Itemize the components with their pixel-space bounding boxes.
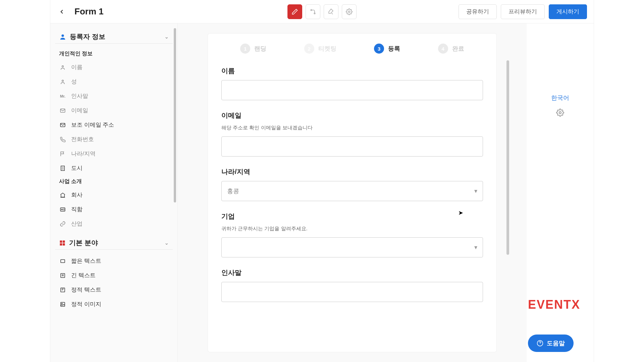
sidebar-item-city[interactable]: 도시 [55, 161, 173, 175]
svg-point-3 [61, 34, 64, 37]
sidebar-item-industry[interactable]: 산업 [55, 217, 173, 231]
language-link[interactable]: 한국어 [551, 94, 569, 102]
company-select[interactable]: ▾ [221, 237, 483, 257]
tool-edit[interactable] [287, 4, 302, 19]
svg-rect-13 [60, 243, 62, 245]
select-value: 홍콩 [227, 187, 239, 195]
chevron-down-icon: ⌄ [164, 240, 169, 246]
static-text-icon [59, 286, 66, 294]
field-hint: 해당 주소로 확인 이메일을 보내겠습니다 [221, 125, 483, 131]
sidebar-item-label: 이름 [71, 63, 83, 71]
sidebar-item-phone[interactable]: 전화번호 [55, 132, 173, 146]
svg-rect-18 [61, 302, 65, 306]
country-select[interactable]: 홍콩 ▾ [221, 181, 483, 201]
person-outline-icon [59, 78, 66, 85]
subhead-personal: 개인적인 정보 [55, 48, 173, 60]
help-button[interactable]: 도움말 [528, 335, 574, 352]
share-button[interactable]: 공유하기 [459, 4, 497, 19]
sidebar-item-label: 직함 [71, 205, 83, 213]
name-input[interactable] [221, 80, 483, 100]
svg-point-4 [62, 65, 64, 67]
section-title: 기본 분야 [69, 238, 98, 247]
chevron-down-icon: ▾ [474, 187, 477, 195]
salutation-input[interactable] [221, 282, 483, 302]
chevron-left-icon [59, 9, 65, 15]
sidebar-item-static-image[interactable]: 정적 이미지 [55, 297, 173, 311]
paint-icon [328, 8, 334, 15]
tool-theme[interactable] [324, 4, 338, 19]
sidebar-item-label: 긴 텍스트 [71, 272, 96, 279]
sidebar-item-country[interactable]: 나라/지역 [55, 146, 173, 161]
chevron-down-icon: ⌄ [164, 34, 169, 40]
form-title: Form 1 [74, 6, 104, 17]
person-outline-icon [59, 64, 66, 71]
bank-icon [59, 191, 66, 199]
flag-icon [59, 150, 66, 158]
step-complete[interactable]: 4 완료 [438, 44, 464, 54]
sidebar-item-label: 도시 [71, 164, 83, 172]
svg-rect-14 [63, 243, 65, 245]
sidebar-item-last-name[interactable]: 성 [55, 74, 173, 89]
step-label: 랜딩 [254, 45, 266, 53]
tool-settings[interactable] [342, 4, 357, 19]
svg-point-19 [62, 303, 62, 304]
step-registration[interactable]: 3 등록 [374, 44, 400, 54]
sidebar[interactable]: 등록자 정보 ⌄ 개인적인 정보 이름 성 Mr. 인사말 이메일 [50, 23, 178, 362]
preview-button[interactable]: 프리뷰하기 [501, 4, 545, 19]
step-number: 4 [438, 44, 448, 54]
long-text-icon [59, 272, 66, 279]
sidebar-item-label: 전화번호 [71, 135, 94, 143]
id-icon [59, 206, 66, 213]
building-icon [59, 165, 66, 172]
sidebar-item-label: 이메일 [71, 107, 88, 114]
stage-scrollbar[interactable] [506, 60, 509, 255]
tool-flow[interactable] [306, 4, 320, 19]
back-button[interactable] [57, 7, 66, 16]
sidebar-item-static-text[interactable]: 정적 텍스트 [55, 283, 173, 297]
sidebar-section-registrant[interactable]: 등록자 정보 ⌄ [55, 30, 173, 44]
gear-icon [346, 8, 353, 15]
sidebar-section-basic[interactable]: 기본 분야 ⌄ [55, 236, 173, 250]
step-label: 티켓팅 [318, 45, 336, 53]
sidebar-item-secondary-email[interactable]: 보조 이메일 주소 [55, 118, 173, 132]
svg-point-20 [559, 112, 561, 114]
step-number: 2 [304, 44, 314, 54]
svg-rect-8 [61, 166, 65, 171]
field-label: 이메일 [221, 111, 483, 120]
sidebar-item-short-text[interactable]: 짧은 텍스트 [55, 254, 173, 268]
step-number: 3 [374, 44, 384, 54]
person-icon [59, 33, 66, 41]
main-canvas: 1 랜딩 2 티켓팅 3 등록 4 완료 [178, 23, 527, 362]
sidebar-item-long-text[interactable]: 긴 텍스트 [55, 268, 173, 283]
section-title: 등록자 정보 [70, 32, 105, 41]
sidebar-item-first-name[interactable]: 이름 [55, 60, 173, 74]
form-stage: 1 랜딩 2 티켓팅 3 등록 4 완료 [208, 34, 496, 352]
sidebar-item-company[interactable]: 회사 [55, 188, 173, 202]
field-hint: 귀하가 근무하시는 기업을 알려주세요. [221, 226, 483, 232]
step-number: 1 [240, 44, 250, 54]
rail-settings[interactable] [556, 109, 564, 118]
brand-logo: EVENTX [528, 298, 580, 312]
sidebar-item-label: 보조 이메일 주소 [71, 121, 114, 129]
link-icon [59, 220, 66, 228]
field-label: 인사말 [221, 268, 483, 277]
help-label: 도움말 [547, 339, 565, 347]
gear-icon [556, 109, 564, 117]
sidebar-item-title[interactable]: 직함 [55, 202, 173, 217]
sidebar-item-label: 성 [71, 78, 77, 85]
subhead-business: 사업 소개 [55, 175, 173, 188]
help-icon [537, 340, 543, 347]
field-label: 나라/지역 [221, 167, 483, 176]
sidebar-item-salutation[interactable]: Mr. 인사말 [55, 89, 173, 103]
email-input[interactable] [221, 136, 483, 157]
sidebar-scrollbar[interactable] [174, 28, 176, 202]
field-label: 기업 [221, 212, 483, 221]
svg-point-2 [348, 11, 350, 12]
svg-point-0 [311, 9, 312, 10]
publish-button[interactable]: 게시하기 [549, 4, 587, 19]
step-ticketing[interactable]: 2 티켓팅 [304, 44, 336, 54]
step-landing[interactable]: 1 랜딩 [240, 44, 266, 54]
short-text-icon [59, 257, 66, 265]
field-company: 기업 귀하가 근무하시는 기업을 알려주세요. ▾ [221, 212, 483, 257]
sidebar-item-email[interactable]: 이메일 [55, 103, 173, 118]
